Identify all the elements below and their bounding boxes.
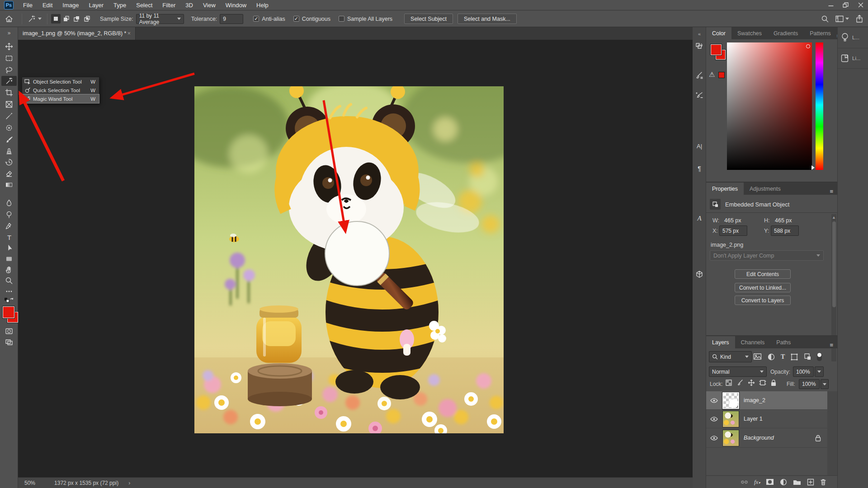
glyphs-panel-icon[interactable]: A xyxy=(694,213,704,223)
layer-effects-icon[interactable]: fx▾ xyxy=(754,479,760,486)
layer-thumbnail[interactable] xyxy=(722,392,739,409)
character-panel-icon[interactable]: A| xyxy=(694,141,704,151)
menu-file[interactable]: File xyxy=(18,0,38,10)
visibility-eye-icon[interactable] xyxy=(709,436,719,441)
rectangle-tool[interactable] xyxy=(4,254,14,264)
gamut-warning-swatch[interactable] xyxy=(718,72,725,78)
hand-tool[interactable] xyxy=(4,265,14,275)
scroll-up-icon[interactable]: ▲ xyxy=(832,215,836,220)
tab-patterns[interactable]: Patterns xyxy=(804,27,837,39)
edit-contents-button[interactable]: Edit Contents xyxy=(735,269,791,279)
convert-to-linked-button[interactable]: Convert to Linked... xyxy=(735,283,791,292)
visibility-eye-icon[interactable] xyxy=(709,398,719,403)
lock-artboard-icon[interactable] xyxy=(759,379,766,386)
tab-channels[interactable]: Channels xyxy=(735,336,771,348)
menu-help[interactable]: Help xyxy=(251,0,274,10)
panel-menu-icon[interactable]: ≡ xyxy=(830,342,837,348)
gamut-warning-icon[interactable]: ⚠ xyxy=(709,70,715,79)
anti-alias-checkbox[interactable]: Anti-alias xyxy=(253,16,285,22)
magic-wand-tool[interactable] xyxy=(1,76,17,86)
search-icon[interactable] xyxy=(821,15,829,23)
menu-image[interactable]: Image xyxy=(57,0,84,10)
rectangular-marquee-tool[interactable] xyxy=(4,53,14,63)
filter-adjustment-icon[interactable] xyxy=(767,353,775,361)
workspace-switcher[interactable] xyxy=(835,15,849,23)
layer-thumbnail[interactable] xyxy=(722,430,739,446)
opacity-input[interactable]: 100% xyxy=(793,366,814,377)
path-selection-tool[interactable] xyxy=(4,243,14,253)
menu-view[interactable]: View xyxy=(198,0,221,10)
home-icon[interactable] xyxy=(0,15,18,23)
history-panel-icon[interactable] xyxy=(694,42,704,52)
lasso-tool[interactable] xyxy=(4,65,14,75)
add-layer-mask-icon[interactable] xyxy=(766,479,774,485)
canvas-area[interactable] xyxy=(18,40,693,477)
flyout-quick-selection-tool[interactable]: Quick Selection Tool W xyxy=(22,86,99,94)
y-input[interactable]: 588 px xyxy=(771,225,799,236)
move-tool[interactable] xyxy=(4,42,14,52)
lock-transparency-icon[interactable] xyxy=(725,379,732,386)
filter-image-icon[interactable] xyxy=(753,352,762,361)
filter-type-icon[interactable]: T xyxy=(781,353,785,361)
scrollbar-thumb[interactable] xyxy=(832,221,836,307)
select-and-mask-button[interactable]: Select and Mask... xyxy=(458,14,517,24)
new-group-icon[interactable] xyxy=(793,479,801,485)
document-tab[interactable]: image_1.png @ 50% (image_2, RGB/8) * × xyxy=(18,27,136,40)
screen-mode-icon[interactable] xyxy=(4,337,14,347)
tab-adjustments[interactable]: Adjustments xyxy=(744,183,787,195)
menu-filter[interactable]: Filter xyxy=(157,0,180,10)
lock-pixels-icon[interactable] xyxy=(736,379,744,386)
layer-row-image-2[interactable]: image_2 xyxy=(706,391,827,410)
menu-layer[interactable]: Layer xyxy=(84,0,109,10)
menu-edit[interactable]: Edit xyxy=(38,0,57,10)
new-adjustment-layer-icon[interactable] xyxy=(780,479,787,486)
contiguous-checkbox[interactable]: Contiguous xyxy=(293,16,330,22)
tab-color[interactable]: Color xyxy=(706,27,731,39)
default-colors-swap-icon[interactable] xyxy=(4,296,14,306)
selection-new-icon[interactable] xyxy=(51,14,61,23)
layer-thumbnail[interactable] xyxy=(722,411,739,427)
sample-size-dropdown[interactable]: 11 by 11 Average xyxy=(136,14,184,24)
x-input[interactable]: 575 px xyxy=(719,225,747,236)
quick-mask-icon[interactable] xyxy=(4,326,14,336)
eraser-tool[interactable] xyxy=(4,169,14,178)
select-subject-button[interactable]: Select Subject xyxy=(404,14,453,24)
layer-lock-icon[interactable] xyxy=(815,435,821,441)
flyout-magic-wand-tool[interactable]: Magic Wand Tool W xyxy=(22,94,99,103)
edit-toolbar-icon[interactable] xyxy=(4,286,14,296)
clone-stamp-tool[interactable] xyxy=(4,146,14,156)
crop-tool[interactable] xyxy=(4,88,14,98)
tab-gradients[interactable]: Gradients xyxy=(768,27,804,39)
hue-slider-arrow[interactable] xyxy=(811,165,815,170)
status-chevron-icon[interactable]: › xyxy=(128,480,130,486)
layer-comp-dropdown[interactable]: Don't Apply Layer Comp xyxy=(710,250,824,261)
foreground-color-swatch[interactable] xyxy=(3,306,14,318)
share-icon[interactable] xyxy=(855,14,863,23)
panel-menu-icon[interactable]: ≡ xyxy=(830,188,837,195)
menu-select[interactable]: Select xyxy=(131,0,157,10)
kind-filter-dropdown[interactable]: Kind xyxy=(709,351,752,362)
selection-intersect-icon[interactable] xyxy=(82,14,92,23)
libraries-panel-item[interactable]: Li... xyxy=(838,48,868,69)
paragraph-panel-icon[interactable]: ¶ xyxy=(694,164,704,174)
filter-shape-icon[interactable] xyxy=(790,353,798,361)
color-foreground-swatch[interactable] xyxy=(711,44,722,55)
brush-settings-panel-icon[interactable] xyxy=(694,70,704,80)
tab-close-icon[interactable]: × xyxy=(127,30,131,37)
menu-3d[interactable]: 3D xyxy=(180,0,198,10)
zoom-tool[interactable] xyxy=(4,276,14,286)
filter-smart-object-icon[interactable] xyxy=(804,353,811,361)
new-layer-icon[interactable] xyxy=(807,479,814,486)
delete-layer-icon[interactable] xyxy=(820,479,826,486)
lock-position-icon[interactable] xyxy=(748,379,755,386)
menu-type[interactable]: Type xyxy=(108,0,131,10)
tab-swatches[interactable]: Swatches xyxy=(731,27,768,39)
pen-tool[interactable] xyxy=(4,221,14,231)
eyedropper-tool[interactable] xyxy=(4,111,14,121)
fill-dropdown-icon[interactable] xyxy=(821,379,829,389)
tab-properties[interactable]: Properties xyxy=(706,183,744,195)
3d-panel-icon[interactable] xyxy=(694,269,704,279)
flyout-object-selection-tool[interactable]: Object Selection Tool W xyxy=(22,77,99,86)
selection-subtract-icon[interactable] xyxy=(72,14,81,23)
blend-mode-dropdown[interactable]: Normal xyxy=(709,366,767,377)
